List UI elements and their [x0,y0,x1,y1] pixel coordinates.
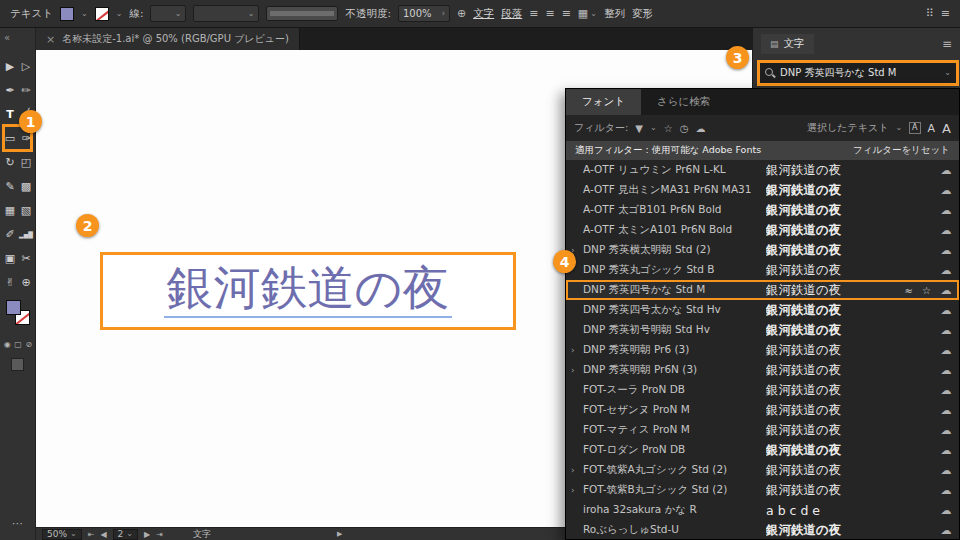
transform-button[interactable]: 変形 [632,7,653,21]
activate-cloud-icon[interactable]: ☁ [937,264,955,277]
font-list-row[interactable]: A-OTF 太ミンA101 Pr6N Bold 銀河鉄道の夜 ☁ [566,220,959,240]
document-tab[interactable]: × 名称未設定-1.ai* @ 50% (RGB/GPU プレビュー) [36,28,300,50]
font-list-row[interactable]: iroha 32sakura かな R a b c d e ☁ [566,500,959,520]
expand-chevron-icon[interactable]: › [571,465,583,475]
workspace-switcher-icon[interactable]: ⠿ [926,7,934,20]
blob-brush-tool[interactable]: ▩ [18,174,34,198]
brush-definition-dropdown[interactable]: ⌄ [193,5,259,22]
font-list-row[interactable]: RoぶらっしゅStd-U 銀河鉄道の夜 ☁ [566,520,959,539]
font-list-row[interactable]: DNP 秀英初号明朝 Std Hv 銀河鉄道の夜 ☁ [566,320,959,340]
activate-cloud-icon[interactable]: ☁ [937,204,955,217]
zoom-dropdown[interactable]: 50%⌄ [42,529,82,540]
last-artboard-icon[interactable]: ⇥ [156,530,163,539]
panel-menu-icon[interactable]: ≡ [942,37,952,51]
stroke-color-swatch[interactable] [95,7,109,21]
draw-mode-button[interactable] [11,358,24,371]
activate-cloud-icon[interactable]: ☁ [937,284,955,297]
type-tool[interactable]: T [2,102,18,126]
graph-tool[interactable]: ▂▅█ [18,222,34,246]
align-center-icon[interactable]: ≡ [545,7,554,20]
preview-size-small-button[interactable]: A [909,122,920,134]
artboard-dropdown[interactable]: 2⌄ [113,529,138,540]
favorites-star-icon[interactable]: ☆ [664,123,673,134]
eyedropper-tool[interactable]: ✐ [2,222,18,246]
preview-size-medium-button[interactable]: A [928,123,936,134]
activate-cloud-icon[interactable]: ☁ [937,524,955,537]
activate-cloud-icon[interactable]: ☁ [937,444,955,457]
reset-filter-button[interactable]: フィルターをリセット [853,144,950,157]
character-panel-link[interactable]: 文字 [473,7,494,21]
font-list-row[interactable]: FOT-ロダン ProN DB 銀河鉄道の夜 ☁ [566,440,959,460]
prev-artboard-icon[interactable]: ◀ [100,530,106,539]
expand-chevron-icon[interactable]: › [571,345,583,355]
activate-cloud-icon[interactable]: ☁ [937,224,955,237]
fill-stroke-indicator[interactable] [6,300,32,326]
align-button[interactable]: 整列 [604,7,625,21]
activate-cloud-icon[interactable]: ☁ [937,184,955,197]
recent-clock-icon[interactable]: ◷ [680,123,689,134]
activate-cloud-icon[interactable]: ☁ [937,244,955,257]
globe-icon[interactable]: ⊕ [457,7,466,20]
mesh-tool[interactable]: ▦ [2,198,18,222]
rotate-tool[interactable]: ↻ [2,150,18,174]
options-menu-icon[interactable]: ≡ [941,7,950,20]
fill-chevron-icon[interactable]: ⌄ [81,10,88,18]
fill-color-swatch[interactable] [60,7,74,21]
artboard-tool[interactable]: ▣ [2,246,18,270]
activate-cloud-icon[interactable]: ☁ [937,424,955,437]
font-list-row[interactable]: DNP 秀英丸ゴシック Std B 銀河鉄道の夜 ☁ [566,260,959,280]
zoom-tool[interactable]: ⊕ [18,270,34,294]
tab-fonts[interactable]: フォント [566,89,641,115]
activate-cloud-icon[interactable]: ☁ [937,504,955,517]
stroke-chevron-icon[interactable]: ⌄ [116,10,123,18]
preview-size-large-button[interactable]: A [942,122,951,135]
direct-selection-tool[interactable]: ▷ [18,54,34,78]
expand-chevron-icon[interactable]: › [571,485,583,495]
font-list-row[interactable]: › FOT-筑紫B丸ゴシック Std (2) 銀河鉄道の夜 ☁ [566,480,959,500]
opacity-value-dropdown[interactable]: 100%› [398,5,450,22]
none-mode-icon[interactable]: ⊘ [25,340,32,349]
font-field-chevron-icon[interactable]: ⌄ [944,69,951,77]
activate-cloud-icon[interactable]: ☁ [937,404,955,417]
tab-character-panel[interactable]: ▤ 文字 [761,34,814,54]
activate-cloud-icon[interactable]: ☁ [937,304,955,317]
activate-cloud-icon[interactable]: ☁ [937,484,955,497]
fill-proxy-swatch[interactable] [6,300,21,315]
first-artboard-icon[interactable]: ⇤ [88,530,95,539]
pen-tool[interactable]: ✒ [2,78,18,102]
font-list-row[interactable]: FOT-スーラ ProN DB 銀河鉄道の夜 ☁ [566,380,959,400]
edit-toolbar-icon[interactable]: ⋯ [0,517,36,530]
gradient-mode-icon[interactable]: ▢ [14,340,22,349]
expand-chevron-icon[interactable]: › [571,365,583,375]
pencil-tool[interactable]: ✎ [2,174,18,198]
selected-text-dropdown[interactable]: 選択したテキスト [807,121,888,135]
activate-cloud-icon[interactable]: ☁ [937,384,955,397]
filter-funnel-icon[interactable]: ▼ [635,123,643,134]
hand-tool[interactable]: ✌ [2,270,18,294]
gradient-tool[interactable]: ▧ [18,198,34,222]
activate-cloud-icon[interactable]: ☁ [937,364,955,377]
font-list-row[interactable]: A-OTF 太ゴB101 Pr6N Bold 銀河鉄道の夜 ☁ [566,200,959,220]
activate-cloud-icon[interactable]: ☁ [937,464,955,477]
stroke-weight-dropdown[interactable]: ⌄ [150,5,186,22]
font-list-row[interactable]: A-OTF 見出ミンMA31 Pr6N MA31 銀河鉄道の夜 ☁ [566,180,959,200]
align-right-icon[interactable]: ≡ [562,7,571,20]
font-list-row[interactable]: › DNP 秀英明朝 Pr6 (3) 銀河鉄道の夜 ☁ [566,340,959,360]
activate-cloud-icon[interactable]: ☁ [937,324,955,337]
scale-tool[interactable]: ◰ [18,150,34,174]
tab-find-more[interactable]: さらに検索 [641,89,726,115]
font-list-row[interactable]: › DNP 秀英横太明朝 Std (2) 銀河鉄道の夜 ☁ [566,240,959,260]
font-list-row[interactable]: DNP 秀英四号太かな Std Hv 銀河鉄道の夜 ☁ [566,300,959,320]
font-list-row[interactable]: DNP 秀英四号かな Std M 銀河鉄道の夜 ≈ ☆ ☁ [566,280,959,300]
font-list-row[interactable]: FOT-マティス ProN M 銀河鉄道の夜 ☁ [566,420,959,440]
activated-fonts-cloud-icon[interactable]: ☁ [695,123,705,134]
collapse-panel-icon[interactable]: « [4,32,10,43]
activate-cloud-icon[interactable]: ☁ [937,164,955,177]
curvature-tool[interactable]: ✏ [18,78,34,102]
artboard-text[interactable]: 銀河鉄道の夜 [164,264,451,318]
font-list-row[interactable]: A-OTF リュウミン Pr6N L-KL 銀河鉄道の夜 ☁ [566,160,959,180]
next-artboard-icon[interactable]: ▶ [144,530,150,539]
filter-chevron-icon[interactable]: ⌄ [650,124,657,132]
color-mode-icon[interactable]: ◉ [4,340,11,349]
glyph-snapping-icon[interactable]: ▦⌄ [578,7,597,20]
